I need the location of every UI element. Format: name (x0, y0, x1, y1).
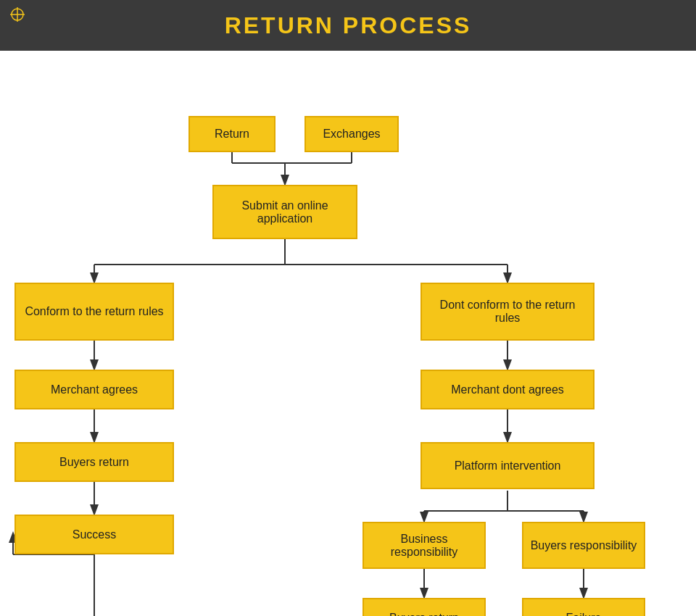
crosshair-icon (10, 7, 25, 22)
submit-box: Submit an online application (212, 185, 357, 239)
page-title: RETURN PROCESS (225, 12, 472, 39)
return-box: Return (188, 116, 276, 152)
merchant-dont-box: Merchant dont agrees (420, 370, 594, 409)
business-responsibility-box: Business responsibility (362, 522, 486, 569)
buyers-return-left-box: Buyers return (14, 442, 174, 482)
success-box: Success (14, 515, 174, 554)
failure-box: Failure (522, 598, 645, 616)
page-header: RETURN PROCESS (0, 0, 696, 51)
buyers-responsibility-box: Buyers responsibility (522, 522, 645, 569)
buyers-return-right-box: Buyers return (362, 598, 486, 616)
merchant-agrees-box: Merchant agrees (14, 370, 174, 409)
exchanges-box: Exchanges (304, 116, 399, 152)
flowchart: Return Exchanges Submit an online applic… (0, 51, 696, 616)
dont-conform-box: Dont conform to the return rules (420, 283, 594, 341)
platform-box: Platform intervention (420, 442, 594, 489)
conform-box: Conform to the return rules (14, 283, 174, 341)
